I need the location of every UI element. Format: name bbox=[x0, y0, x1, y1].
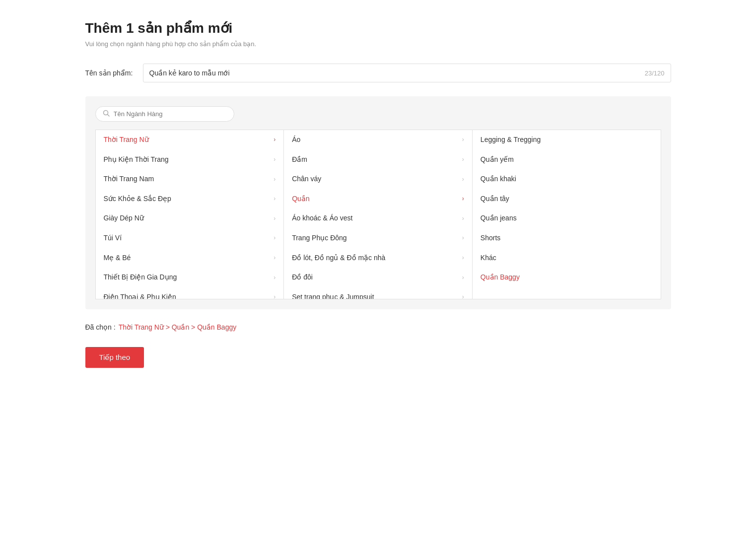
chevron-right-icon: › bbox=[274, 155, 275, 164]
category-col-1: Thời Trang Nữ›Phụ Kiện Thời Trang›Thời T… bbox=[96, 130, 284, 299]
list-item[interactable]: Sức Khỏe & Sắc Đẹp› bbox=[96, 189, 284, 209]
list-item[interactable]: Thời Trang Nữ› bbox=[96, 130, 284, 150]
list-item[interactable]: Trang Phục Đông› bbox=[284, 228, 472, 248]
list-item[interactable]: Quần Baggy bbox=[473, 268, 661, 287]
chevron-right-icon: › bbox=[274, 254, 275, 262]
list-item[interactable]: Chân váy› bbox=[284, 169, 472, 189]
list-item[interactable]: Điện Thoại & Phụ Kiện› bbox=[96, 287, 284, 299]
list-item[interactable]: Đầm› bbox=[284, 150, 472, 170]
list-item[interactable]: Set trang phục & Jumpsuit› bbox=[284, 287, 472, 299]
next-button[interactable]: Tiếp theo bbox=[85, 347, 144, 368]
page-container: Thêm 1 sản phẩm mới Vui lòng chọn ngành … bbox=[56, 0, 701, 388]
list-item[interactable]: Đồ đôi› bbox=[284, 268, 472, 287]
chevron-right-icon: › bbox=[462, 293, 464, 299]
selected-path-value: Thời Trang Nữ > Quần > Quần Baggy bbox=[119, 323, 237, 331]
char-count: 23/120 bbox=[645, 69, 665, 77]
page-subtitle: Vui lòng chọn ngành hàng phù hợp cho sản… bbox=[85, 40, 671, 48]
chevron-right-icon: › bbox=[462, 234, 464, 242]
list-item[interactable]: Shorts bbox=[473, 228, 661, 248]
product-name-input-wrap: 23/120 bbox=[143, 64, 671, 82]
chevron-right-icon: › bbox=[462, 254, 464, 262]
chevron-right-icon: › bbox=[462, 274, 464, 282]
selected-path-row: Đã chọn : Thời Trang Nữ > Quần > Quần Ba… bbox=[85, 323, 671, 331]
chevron-right-icon: › bbox=[274, 274, 275, 282]
list-item[interactable]: Legging & Tregging bbox=[473, 130, 661, 150]
chevron-right-icon: › bbox=[462, 155, 464, 164]
list-item[interactable]: Mẹ & Bé› bbox=[96, 248, 284, 268]
product-name-label: Tên sản phẩm: bbox=[85, 69, 135, 77]
chevron-right-icon: › bbox=[274, 214, 275, 223]
selected-label: Đã chọn : bbox=[85, 323, 116, 331]
category-box: Thời Trang Nữ›Phụ Kiện Thời Trang›Thời T… bbox=[85, 96, 671, 309]
list-item[interactable]: Quần khaki bbox=[473, 169, 661, 189]
list-item[interactable]: Áo› bbox=[284, 130, 472, 150]
list-item[interactable]: Quần› bbox=[284, 189, 472, 209]
search-icon bbox=[103, 110, 110, 118]
product-name-input[interactable] bbox=[143, 64, 671, 82]
list-item[interactable]: Quần jeans bbox=[473, 208, 661, 228]
search-row bbox=[95, 106, 661, 122]
chevron-right-icon: › bbox=[462, 136, 464, 144]
list-item[interactable]: Khác bbox=[473, 248, 661, 268]
chevron-right-icon: › bbox=[462, 195, 464, 203]
category-col-2: Áo›Đầm›Chân váy›Quần›Áo khoác & Áo vest›… bbox=[284, 130, 473, 299]
list-item[interactable]: Thời Trang Nam› bbox=[96, 169, 284, 189]
category-columns: Thời Trang Nữ›Phụ Kiện Thời Trang›Thời T… bbox=[95, 130, 661, 299]
search-input[interactable] bbox=[114, 110, 227, 118]
chevron-right-icon: › bbox=[274, 175, 275, 184]
list-item[interactable]: Quần tây bbox=[473, 189, 661, 209]
chevron-right-icon: › bbox=[274, 136, 275, 144]
list-item[interactable]: Giày Dép Nữ› bbox=[96, 208, 284, 228]
page-title: Thêm 1 sản phẩm mới bbox=[85, 20, 671, 36]
product-name-row: Tên sản phẩm: 23/120 bbox=[85, 64, 671, 82]
list-item[interactable]: Áo khoác & Áo vest› bbox=[284, 208, 472, 228]
list-item[interactable]: Phụ Kiện Thời Trang› bbox=[96, 150, 284, 170]
category-col-3: Legging & TreggingQuần yếmQuần khakiQuần… bbox=[473, 130, 661, 299]
chevron-right-icon: › bbox=[274, 234, 275, 242]
list-item[interactable]: Đồ lót, Đồ ngủ & Đồ mặc nhà› bbox=[284, 248, 472, 268]
list-item[interactable]: Thiết Bị Điện Gia Dụng› bbox=[96, 268, 284, 287]
list-item[interactable]: Túi Ví› bbox=[96, 228, 284, 248]
chevron-right-icon: › bbox=[274, 293, 275, 299]
chevron-right-icon: › bbox=[462, 214, 464, 223]
search-input-wrap[interactable] bbox=[95, 106, 234, 122]
svg-line-1 bbox=[107, 115, 109, 117]
chevron-right-icon: › bbox=[274, 195, 275, 203]
chevron-right-icon: › bbox=[462, 175, 464, 184]
list-item[interactable]: Quần yếm bbox=[473, 150, 661, 170]
